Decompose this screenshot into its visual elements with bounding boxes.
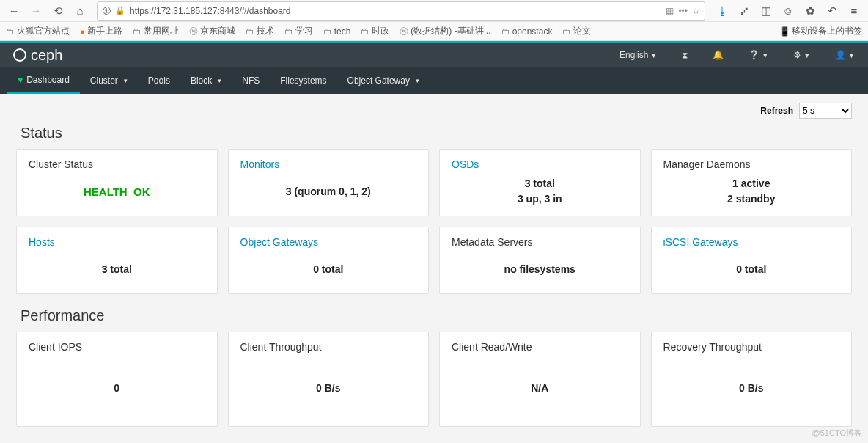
card-value: 0 B/s xyxy=(240,359,417,417)
card-title: Client IOPS xyxy=(29,341,205,353)
card-value: 3 total 3 up, 3 in xyxy=(452,176,628,207)
bookmark-item[interactable]: 🗀学习 xyxy=(284,25,313,37)
heart-icon: ♥ xyxy=(18,75,23,85)
bookmark-item[interactable]: 🗀时政 xyxy=(361,25,389,37)
bookmark-item[interactable]: 🗀openstack xyxy=(501,26,553,37)
card-title[interactable]: Monitors xyxy=(240,158,417,170)
bookmark-item[interactable]: ㊢京东商城 xyxy=(189,25,235,37)
chevron-down-icon: ▾ xyxy=(124,77,128,84)
card-value: 0 B/s xyxy=(663,359,840,417)
url-text: https://172.31.185.127:8443/#/dashboard xyxy=(130,6,661,16)
bookmark-item[interactable]: ●新手上路 xyxy=(80,25,122,37)
card-title: Metadata Servers xyxy=(452,236,628,248)
card-value: HEALTH_OK xyxy=(29,176,205,207)
card-title: Client Read/Write xyxy=(452,341,628,353)
logo-icon xyxy=(13,48,26,62)
refresh-label: Refresh xyxy=(760,106,793,116)
qr-icon[interactable]: ▦ xyxy=(666,6,674,16)
card-value: 0 total xyxy=(663,254,840,285)
user-menu[interactable]: 👤▼ xyxy=(835,50,855,60)
tab-cluster[interactable]: Cluster▾ xyxy=(80,67,138,94)
bookmark-item[interactable]: 🗀技术 xyxy=(246,25,274,37)
tab-dashboard[interactable]: ♥Dashboard xyxy=(7,67,80,94)
language-menu[interactable]: English▼ xyxy=(619,50,657,60)
folder-icon: 🗀 xyxy=(501,26,510,37)
card-title: Client Throughput xyxy=(240,341,417,353)
settings-menu[interactable]: ⚙▼ xyxy=(793,50,810,60)
firefox-icon: ● xyxy=(80,27,85,36)
chevron-down-icon: ▼ xyxy=(848,52,855,59)
folder-icon: 🗀 xyxy=(133,26,141,37)
folder-icon: 🗀 xyxy=(6,26,15,37)
card-value: N/A xyxy=(452,359,628,417)
tab-filesystems[interactable]: Filesystems xyxy=(270,67,336,94)
more-icon[interactable]: ••• xyxy=(678,6,688,16)
tab-pools[interactable]: Pools xyxy=(138,67,180,94)
chevron-down-icon: ▼ xyxy=(650,52,657,59)
downloads-icon[interactable]: ⭳ xyxy=(713,1,732,21)
card-title[interactable]: Hosts xyxy=(29,236,205,248)
card-title: Recovery Throughput xyxy=(663,341,840,353)
card-metadata-servers: Metadata Servers no filesystems xyxy=(439,227,641,294)
tab-block[interactable]: Block▾ xyxy=(180,67,232,94)
chevron-down-icon: ▾ xyxy=(218,77,221,84)
performance-heading: Performance xyxy=(21,307,852,324)
card-iscsi-gateways: iSCSI Gateways 0 total xyxy=(651,227,853,294)
card-object-gateways: Object Gateways 0 total xyxy=(228,227,430,294)
lock-icon: 🔒 xyxy=(115,6,125,15)
card-value: 3 (quorum 0, 1, 2) xyxy=(240,176,417,207)
bookmark-item[interactable]: 🗀常用网址 xyxy=(133,25,179,37)
back-button[interactable]: ← xyxy=(4,1,23,21)
bookmark-item[interactable]: 🗀论文 xyxy=(562,25,591,37)
card-manager-daemons: Manager Daemons 1 active 2 standby xyxy=(651,149,853,216)
card-monitors: Monitors 3 (quorum 0, 1, 2) xyxy=(228,149,430,216)
main-nav: ♥Dashboard Cluster▾ Pools Block▾ NFS Fil… xyxy=(0,67,868,94)
sidebar-icon[interactable]: ◫ xyxy=(757,1,776,21)
bookmark-item[interactable]: 🗀火狐官方站点 xyxy=(6,25,70,37)
extension-icon[interactable]: ✿ xyxy=(801,1,820,21)
reload-button[interactable]: ⟲ xyxy=(48,1,67,21)
tab-nfs[interactable]: NFS xyxy=(232,67,270,94)
card-client-throughput: Client Throughput 0 B/s xyxy=(228,332,430,427)
mobile-bookmarks[interactable]: 📱移动设备上的书签 xyxy=(779,25,862,37)
chevron-down-icon: ▼ xyxy=(803,52,810,59)
status-heading: Status xyxy=(21,125,852,142)
undo-icon[interactable]: ↶ xyxy=(823,1,842,21)
bookmarks-bar: 🗀火狐官方站点 ●新手上路 🗀常用网址 ㊢京东商城 🗀技术 🗀学习 🗀tech … xyxy=(0,22,868,41)
card-osds: OSDs 3 total 3 up, 3 in xyxy=(439,149,641,216)
library-icon[interactable]: ⑇ xyxy=(735,1,754,21)
globe-icon: ㊢ xyxy=(189,25,198,37)
tab-object-gateway[interactable]: Object Gateway▾ xyxy=(337,67,430,94)
card-title[interactable]: iSCSI Gateways xyxy=(663,236,840,248)
forward-button[interactable]: → xyxy=(26,1,45,21)
tasks-icon[interactable]: ⧗ xyxy=(682,50,688,60)
refresh-select[interactable]: 5 s xyxy=(799,103,852,119)
chevron-down-icon: ▼ xyxy=(762,52,768,59)
url-bar[interactable]: 🛈 🔒 https://172.31.185.127:8443/#/dashbo… xyxy=(97,1,705,21)
card-title: Manager Daemons xyxy=(663,158,840,170)
globe-icon: ㊢ xyxy=(400,25,408,37)
menu-icon[interactable]: ≡ xyxy=(845,1,864,21)
help-menu[interactable]: ❔▼ xyxy=(749,50,768,60)
bookmark-star-icon[interactable]: ☆ xyxy=(692,6,700,16)
card-value: no filesystems xyxy=(452,254,628,285)
card-client-iops: Client IOPS 0 xyxy=(16,332,218,427)
mobile-icon: 📱 xyxy=(779,26,790,37)
card-recovery-throughput: Recovery Throughput 0 B/s xyxy=(651,332,853,427)
folder-icon: 🗀 xyxy=(562,26,571,37)
notifications-icon[interactable]: 🔔 xyxy=(713,50,724,60)
app-header: ceph English▼ ⧗ 🔔 ❔▼ ⚙▼ 👤▼ xyxy=(0,41,868,67)
card-title[interactable]: OSDs xyxy=(452,158,628,170)
folder-icon: 🗀 xyxy=(284,26,293,37)
card-cluster-status: Cluster Status HEALTH_OK xyxy=(16,149,218,216)
ceph-logo[interactable]: ceph xyxy=(13,47,62,64)
card-value: 0 total xyxy=(240,254,417,285)
home-button[interactable]: ⌂ xyxy=(70,1,89,21)
account-icon[interactable]: ☺ xyxy=(779,1,798,21)
bookmark-item[interactable]: ㊢(数据结构) -基础讲... xyxy=(400,25,490,37)
bookmark-item[interactable]: 🗀tech xyxy=(323,26,351,37)
card-title[interactable]: Object Gateways xyxy=(240,236,417,248)
card-client-rw: Client Read/Write N/A xyxy=(439,332,641,427)
card-hosts: Hosts 3 total xyxy=(16,227,218,294)
card-title: Cluster Status xyxy=(29,158,205,170)
